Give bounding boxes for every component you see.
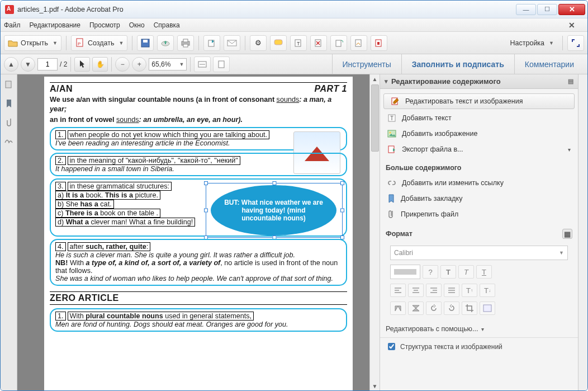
align-left-button[interactable] [390, 284, 406, 297]
tools-mode-button[interactable]: Инструменты [332, 54, 401, 74]
heading-aan: A/AN [50, 84, 73, 94]
next-page-button[interactable]: ▼ [21, 57, 35, 72]
flip-h-button[interactable] [390, 302, 406, 315]
document-viewer[interactable]: A/AN PART 1 We use a/an with singular co… [17, 74, 380, 390]
print-button[interactable] [177, 35, 194, 51]
fit-width-button[interactable] [194, 56, 211, 72]
expand-icon [571, 39, 580, 48]
zoom-in-button[interactable]: + [132, 57, 146, 72]
svg-rect-7 [183, 44, 188, 47]
gear-button[interactable]: ⚙ [250, 35, 267, 51]
signatures-button[interactable] [3, 136, 15, 147]
font-color-button[interactable] [390, 265, 420, 279]
panel-header[interactable]: ▾ Редактирование содержимого ▤ [380, 74, 578, 89]
superscript-button[interactable]: T↑ [462, 284, 477, 297]
comments-mode-button[interactable]: Комментарии [514, 54, 584, 74]
attachments-button[interactable] [3, 117, 15, 128]
page-number-input[interactable] [37, 58, 58, 70]
menu-help[interactable]: Справка [154, 21, 180, 29]
sign-icon [354, 39, 363, 48]
font-family-combo[interactable]: Calibri▼ [390, 246, 568, 260]
zoom-combo[interactable]: 65,6%▼ [149, 58, 187, 70]
menu-edit[interactable]: Редактирование [30, 21, 80, 29]
add-text-icon: T [387, 114, 396, 123]
minus-icon: − [121, 60, 125, 68]
menu-view[interactable]: Просмотр [89, 21, 120, 29]
add-image-button[interactable]: Добавить изображение [380, 126, 578, 142]
app-icon [5, 5, 14, 14]
select-tool-button[interactable] [74, 57, 90, 72]
comment-button[interactable] [270, 35, 287, 51]
fill-sign-mode-button[interactable]: Заполнить и подписать [401, 54, 514, 74]
zoom-out-button[interactable]: − [115, 57, 130, 72]
thumbnails-button[interactable] [3, 79, 15, 90]
font-size-button[interactable]: ? [423, 265, 438, 279]
window-title: articles_1.pdf - Adobe Acrobat Pro [17, 6, 515, 13]
bubble-1: 1.when people do not yet know which thin… [50, 127, 347, 150]
create-button[interactable]: P Создать ▼ [71, 35, 127, 51]
more-content-label: Больше содержимого [380, 161, 578, 175]
align-center-button[interactable] [408, 284, 424, 297]
italic-button[interactable]: T [458, 265, 474, 279]
prev-page-button[interactable]: ▲ [4, 57, 18, 72]
align-right-button[interactable] [426, 284, 442, 297]
email-button[interactable] [224, 35, 240, 51]
rotate-ccw-button[interactable] [426, 302, 442, 315]
fit-page-button[interactable] [213, 56, 230, 72]
subscript-button[interactable]: T↓ [480, 284, 495, 297]
align-justify-button[interactable] [444, 284, 459, 297]
underline-button[interactable]: T [476, 265, 492, 279]
panel-scrollbar[interactable] [578, 74, 587, 390]
panel-menu-icon[interactable]: ▤ [568, 78, 573, 85]
export-file-button[interactable]: Экспорт файла в... ▾ [380, 142, 578, 157]
svg-rect-19 [219, 61, 224, 68]
protect-button[interactable] [371, 35, 387, 51]
save-button[interactable] [137, 35, 154, 51]
bold-button[interactable]: T [440, 265, 456, 279]
rotate-cw-button[interactable] [444, 302, 459, 315]
close-doc-button[interactable]: ✕ [568, 21, 575, 30]
crop-button[interactable] [462, 302, 477, 315]
edit-icon [391, 97, 400, 106]
menu-window[interactable]: Окно [129, 21, 145, 29]
share-button[interactable] [203, 35, 220, 51]
delete-pages-button[interactable] [310, 35, 327, 51]
link-icon [387, 178, 396, 187]
structure-checkbox[interactable] [388, 343, 395, 350]
format-expand-button[interactable]: ▦ [562, 229, 572, 239]
svg-point-25 [389, 131, 391, 133]
fullscreen-button[interactable] [567, 35, 584, 51]
edit-text-images-button[interactable]: Редактировать текст и изображения [383, 93, 575, 109]
sign-button[interactable] [350, 35, 367, 51]
flip-v-button[interactable] [408, 302, 424, 315]
add-link-button[interactable]: Добавить или изменить ссылку [380, 175, 578, 191]
speech-icon [274, 39, 283, 47]
attach-file-button[interactable]: Прикрепить файл [380, 206, 578, 222]
bubble-zero-1: 1.With plural countable nouns used in ge… [50, 308, 347, 332]
add-image-icon [387, 130, 396, 138]
rotate-button[interactable] [330, 35, 347, 51]
replace-image-button[interactable] [480, 302, 495, 315]
add-text-button[interactable]: T Добавить текст [380, 110, 578, 126]
add-bookmark-button[interactable]: Добавить закладку [380, 191, 578, 206]
open-button[interactable]: Открыть ▼ [4, 35, 61, 51]
customize-button[interactable]: Настройка▼ [506, 35, 558, 51]
work-area: A/AN PART 1 We use a/an with singular co… [1, 74, 587, 390]
edit-with-button[interactable]: Редактировать с помощью... ▾ [380, 321, 578, 337]
selected-object[interactable]: BUT: What nice weather we are having tod… [206, 183, 343, 238]
hand-tool-button[interactable]: ✋ [92, 57, 108, 72]
menu-bar: Файл Редактирование Просмотр Окно Справк… [1, 18, 587, 32]
arrow-up-icon: ▲ [8, 60, 15, 68]
pdf-page: A/AN PART 1 We use a/an with singular co… [44, 77, 353, 390]
maximize-button[interactable]: ☐ [537, 4, 557, 15]
bubble-2: 2.in the meaning of "какой-нибудь", "как… [50, 153, 347, 176]
envelope-icon [227, 39, 237, 47]
cloud-button[interactable] [157, 35, 174, 51]
menu-file[interactable]: Файл [4, 21, 21, 29]
edit-text-button[interactable]: T [290, 35, 307, 51]
minimize-button[interactable]: — [516, 4, 536, 15]
doc-scrollbar-vertical[interactable]: ▲ ▼ [369, 74, 380, 390]
svg-text:T: T [297, 41, 300, 46]
close-window-button[interactable]: ✕ [558, 4, 585, 15]
bookmarks-button[interactable] [3, 98, 15, 109]
